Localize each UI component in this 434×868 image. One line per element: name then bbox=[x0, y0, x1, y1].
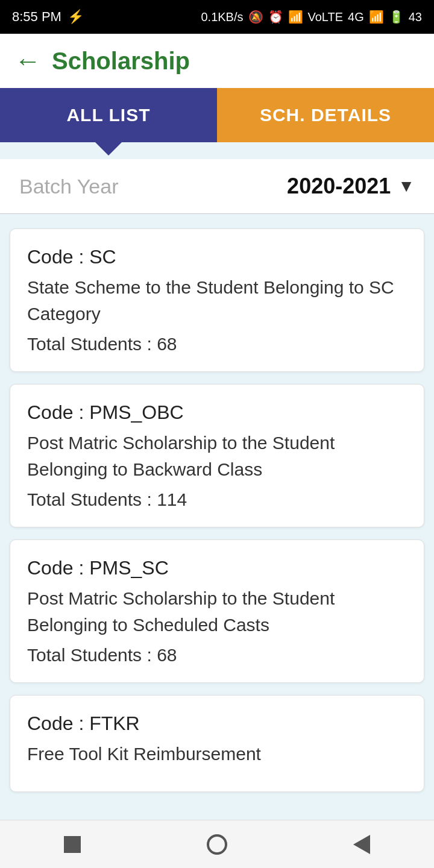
app-header: ← Scholarship bbox=[0, 34, 434, 88]
back-button[interactable]: ← bbox=[14, 48, 41, 74]
status-bar-left: 8:55 PM ⚡ bbox=[12, 9, 84, 25]
page-title: Scholarship bbox=[52, 48, 190, 75]
chevron-down-icon: ▼ bbox=[398, 177, 415, 196]
card-total-pms-obc: Total Students : 114 bbox=[27, 489, 407, 510]
nav-recents-button[interactable] bbox=[205, 832, 229, 857]
network-speed: 0.1KB/s bbox=[201, 10, 243, 24]
battery-level: 43 bbox=[409, 10, 422, 24]
mute-icon: 🔕 bbox=[248, 10, 263, 24]
status-bar: 8:55 PM ⚡ 0.1KB/s 🔕 ⏰ 📶 VoLTE 4G 📶 🔋 43 bbox=[0, 0, 434, 34]
tab-sch-details[interactable]: SCH. DETAILS bbox=[217, 88, 434, 142]
nav-back-button[interactable] bbox=[350, 832, 374, 857]
battery-icon: 🔋 bbox=[389, 10, 404, 24]
scholarship-card-pms-obc[interactable]: Code : PMS_OBC Post Matric Scholarship t… bbox=[10, 384, 424, 527]
triangle-icon bbox=[353, 835, 370, 854]
card-code-ftkr: Code : FTKR bbox=[27, 712, 407, 735]
square-icon bbox=[64, 836, 81, 853]
4g-icon: 4G bbox=[348, 10, 364, 24]
card-code-pms-sc: Code : PMS_SC bbox=[27, 557, 407, 579]
tab-all-list[interactable]: ALL LIST bbox=[0, 88, 217, 142]
tab-all-list-label: ALL LIST bbox=[66, 105, 150, 125]
alarm-icon: ⏰ bbox=[268, 10, 283, 24]
batch-year-row: Batch Year 2020-2021 ▼ bbox=[0, 159, 434, 214]
card-total-pms-sc: Total Students : 68 bbox=[27, 645, 407, 665]
bolt-icon: ⚡ bbox=[68, 9, 84, 25]
time-display: 8:55 PM bbox=[12, 9, 61, 25]
batch-year-value: 2020-2021 bbox=[287, 174, 391, 199]
scholarship-card-ftkr[interactable]: Code : FTKR Free Tool Kit Reimbursement bbox=[10, 695, 424, 792]
card-desc-ftkr: Free Tool Kit Reimbursement bbox=[27, 741, 407, 767]
volte-icon: VoLTE bbox=[308, 10, 344, 24]
card-code-pms-obc: Code : PMS_OBC bbox=[27, 401, 407, 424]
bottom-nav bbox=[0, 820, 434, 868]
card-code-sc: Code : SC bbox=[27, 246, 407, 268]
scholarship-card-sc[interactable]: Code : SC State Scheme to the Student Be… bbox=[10, 228, 424, 372]
batch-year-label: Batch Year bbox=[19, 175, 118, 198]
signal2-icon: 📶 bbox=[369, 10, 384, 24]
status-bar-right: 0.1KB/s 🔕 ⏰ 📶 VoLTE 4G 📶 🔋 43 bbox=[201, 10, 422, 24]
card-desc-sc: State Scheme to the Student Belonging to… bbox=[27, 274, 407, 327]
tab-bar: ALL LIST SCH. DETAILS bbox=[0, 88, 434, 142]
card-desc-pms-obc: Post Matric Scholarship to the Student B… bbox=[27, 430, 407, 482]
tab-sch-details-label: SCH. DETAILS bbox=[260, 105, 391, 125]
card-total-sc: Total Students : 68 bbox=[27, 334, 407, 354]
circle-icon bbox=[207, 834, 227, 855]
batch-year-dropdown[interactable]: 2020-2021 ▼ bbox=[287, 174, 415, 199]
signal-icon: 📶 bbox=[288, 10, 303, 24]
scholarship-list: Code : SC State Scheme to the Student Be… bbox=[0, 214, 434, 807]
card-desc-pms-sc: Post Matric Scholarship to the Student B… bbox=[27, 585, 407, 638]
scholarship-card-pms-sc[interactable]: Code : PMS_SC Post Matric Scholarship to… bbox=[10, 539, 424, 683]
nav-home-button[interactable] bbox=[60, 832, 84, 857]
